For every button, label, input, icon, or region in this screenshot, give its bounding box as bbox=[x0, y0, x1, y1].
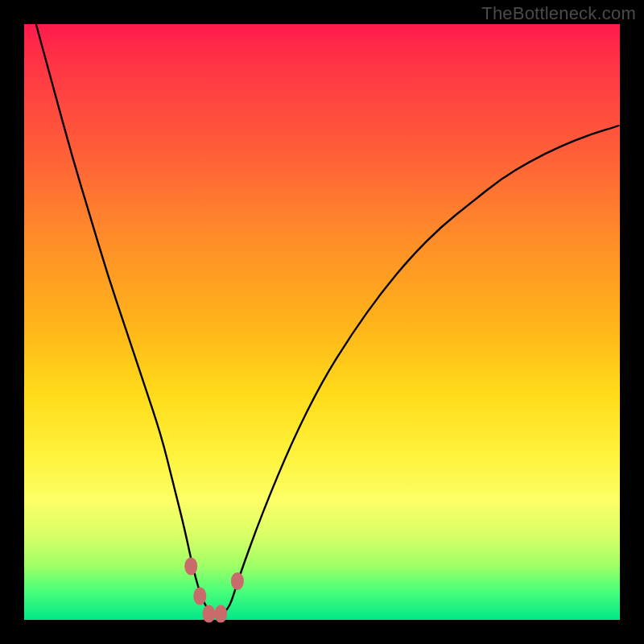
chart-frame: TheBottleneck.com bbox=[0, 0, 644, 644]
bottleneck-curve bbox=[36, 24, 620, 614]
watermark-text: TheBottleneck.com bbox=[481, 3, 636, 24]
plot-area bbox=[24, 24, 620, 620]
left-dot-1 bbox=[184, 557, 197, 575]
floor-dot-2 bbox=[214, 605, 227, 623]
right-dot bbox=[231, 572, 244, 590]
chart-svg bbox=[24, 24, 620, 620]
floor-dot-1 bbox=[202, 605, 215, 623]
left-dot-2 bbox=[193, 587, 206, 605]
